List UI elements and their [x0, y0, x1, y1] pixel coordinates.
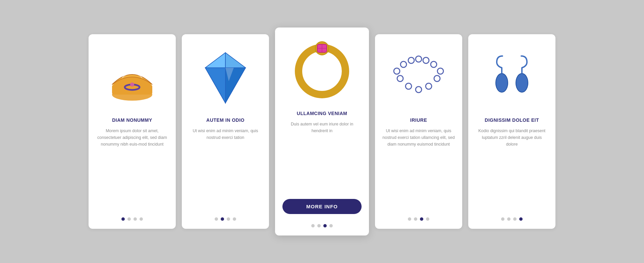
dot-5-0: [501, 217, 504, 221]
dot-5-1: [507, 217, 511, 221]
dot-1-3: [140, 217, 143, 221]
earrings-icon: [485, 49, 539, 106]
card-2-dots: [215, 214, 236, 221]
dot-2-3: [233, 217, 236, 221]
dot-2-0: [215, 217, 218, 221]
svg-point-20: [416, 56, 422, 62]
card-ring-box: DIAM NONUMMY Morem ipsum dolor sit amet,…: [89, 34, 176, 229]
necklace-icon: [390, 51, 447, 105]
svg-point-31: [516, 73, 528, 92]
card-1-title: DIAM NONUMMY: [112, 117, 152, 123]
svg-point-17: [394, 68, 400, 74]
dot-5-3: [519, 217, 523, 221]
dot-3-1: [317, 224, 321, 227]
dot-2-2: [227, 217, 230, 221]
ring-icon: [292, 41, 352, 101]
ring-box-icon: [105, 51, 159, 105]
dot-3-3: [329, 224, 333, 227]
card-5-dots: [501, 214, 523, 221]
svg-point-25: [406, 83, 412, 89]
dot-4-2: [420, 217, 423, 221]
card-necklace: IRIURE Ut wisi enim ad minim veniam, qui…: [375, 34, 462, 229]
icon-area-diamond: [189, 44, 262, 111]
dot-4-1: [414, 217, 417, 221]
card-5-title: DIGNISSIM DOLOE EIT: [485, 117, 539, 123]
card-4-title: IRIURE: [410, 117, 427, 123]
dot-1-2: [133, 217, 137, 221]
dot-1-0: [121, 217, 125, 221]
svg-point-29: [496, 73, 508, 92]
cards-container: DIAM NONUMMY Morem ipsum dolor sit amet,…: [62, 7, 582, 256]
card-ring: ULLAMCING VENIAM Duis autem vel eum iriu…: [275, 28, 369, 235]
svg-point-3: [130, 83, 134, 87]
svg-point-22: [431, 61, 437, 67]
svg-marker-10: [205, 68, 225, 103]
card-2-title: AUTEM IN ODIO: [206, 117, 245, 123]
card-3-dots: [311, 221, 333, 227]
svg-marker-5: [225, 53, 246, 68]
svg-point-27: [426, 83, 432, 89]
svg-point-18: [400, 61, 407, 67]
dot-4-0: [408, 217, 411, 221]
dot-1-1: [127, 217, 131, 221]
diamond-icon: [199, 49, 252, 106]
card-5-text: Kodio dignissim qui blandit praesent lup…: [476, 127, 548, 207]
card-earrings: DIGNISSIM DOLOE EIT Kodio dignissim qui …: [468, 34, 555, 229]
svg-point-19: [408, 57, 414, 63]
card-diamond: AUTEM IN ODIO Ut wisi enim ad minim veni…: [182, 34, 269, 229]
svg-marker-6: [205, 53, 225, 68]
dot-2-1: [221, 217, 224, 221]
svg-point-21: [423, 57, 429, 63]
icon-area-necklace: [382, 44, 455, 111]
card-3-title: ULLAMCING VENIAM: [297, 111, 347, 116]
dot-3-0: [311, 224, 315, 227]
svg-point-23: [437, 68, 443, 74]
svg-point-28: [434, 75, 440, 82]
icon-area-ring: [282, 38, 362, 105]
svg-point-26: [416, 87, 422, 93]
more-info-button[interactable]: MORE INFO: [282, 199, 362, 214]
dot-4-3: [426, 217, 429, 221]
card-2-text: Ut wisi enim ad minim veniam, quis nostr…: [189, 127, 262, 207]
svg-point-24: [397, 75, 403, 82]
card-3-text: Duis autem vel eum iriure dolor in hendr…: [282, 121, 362, 192]
card-4-text: Ut wisi enim ad minim veniam, quis nostr…: [382, 127, 455, 207]
dot-3-2: [323, 224, 327, 227]
icon-area-ring-box: [96, 44, 168, 111]
dot-5-2: [513, 217, 517, 221]
card-1-text: Morem ipsum dolor sit amet, consectetuer…: [96, 127, 168, 207]
icon-area-earrings: [476, 44, 548, 111]
card-4-dots: [408, 214, 429, 221]
card-1-dots: [121, 214, 143, 221]
